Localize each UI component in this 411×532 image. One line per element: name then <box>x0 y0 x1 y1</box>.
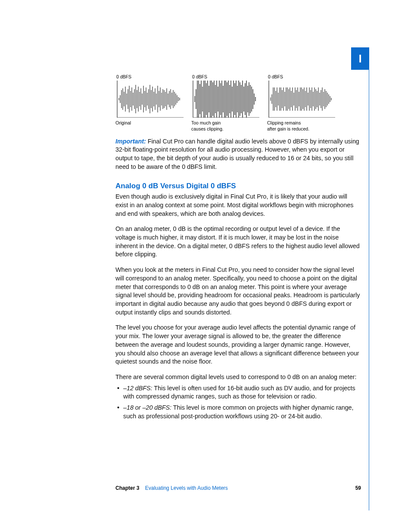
waveform-label-top: 0 dBFS <box>268 74 335 80</box>
chapter-title: Evaluating Levels with Audio Meters <box>145 485 228 491</box>
waveform-caption: Too much gaincauses clipping. <box>191 120 259 132</box>
list-item: –18 or –20 dBFS: This level is more comm… <box>115 404 361 420</box>
waveform-graphic <box>267 81 335 118</box>
waveform-label-top: 0 dBFS <box>116 74 184 80</box>
waveform-graphic <box>191 81 259 118</box>
section-heading: Analog 0 dB Versus Digital 0 dBFS <box>115 181 361 191</box>
section-tab: I <box>351 47 369 70</box>
footer-chapter: Chapter 3 Evaluating Levels with Audio M… <box>115 485 228 491</box>
waveform-caption: Clipping remainsafter gain is reduced. <box>267 120 335 132</box>
list-item: –12 dBFS: This level is often used for 1… <box>115 384 361 401</box>
body-paragraph: The level you choose for your average au… <box>115 324 361 366</box>
waveform-graphic <box>115 81 184 118</box>
bullet-key: –12 dBFS: <box>123 385 153 392</box>
body-paragraph: Even though audio is exclusively digital… <box>115 193 361 218</box>
waveform-clipped: 0 dBFS Too much gaincauses clipping. <box>191 74 259 132</box>
page-footer: Chapter 3 Evaluating Levels with Audio M… <box>115 485 361 491</box>
waveform-label-top: 0 dBFS <box>192 74 259 80</box>
bullet-list: –12 dBFS: This level is often used for 1… <box>115 384 361 421</box>
waveform-reduced-gain: 0 dBFS Clipping remainsafter gain is red… <box>267 74 335 132</box>
waveform-original: 0 dBFS Original <box>115 74 184 132</box>
bullet-key: –18 or –20 dBFS: <box>123 404 171 411</box>
body-paragraph: When you look at the meters in Final Cut… <box>115 266 361 317</box>
waveform-caption: Original <box>115 120 184 126</box>
body-paragraph: On an analog meter, 0 dB is the optimal … <box>115 225 361 259</box>
body-paragraph: There are several common digital levels … <box>115 373 361 382</box>
important-lead: Important: <box>115 138 146 145</box>
waveform-row: 0 dBFS Original 0 dBFS <box>115 74 361 132</box>
important-text: Final Cut Pro can handle digital audio l… <box>115 138 359 170</box>
bullet-text: This level is often used for 16-bit audi… <box>123 385 355 400</box>
important-note: Important: Final Cut Pro can handle digi… <box>115 137 361 171</box>
side-rule <box>369 70 369 510</box>
page-number: 59 <box>355 485 361 491</box>
main-content: 0 dBFS Original 0 dBFS <box>115 71 361 423</box>
chapter-label: Chapter 3 <box>115 485 139 491</box>
